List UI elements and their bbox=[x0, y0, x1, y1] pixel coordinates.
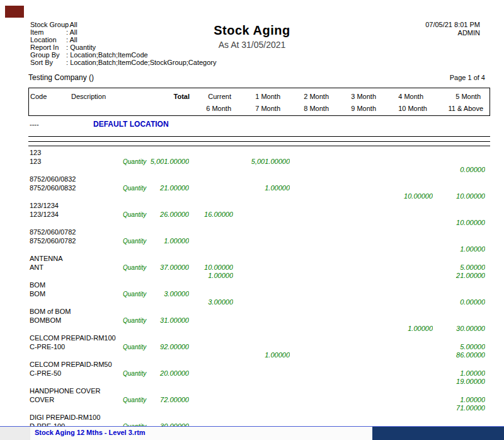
aging-cell-line1 bbox=[338, 263, 386, 272]
aging-cell-line2 bbox=[338, 219, 386, 227]
item-aging-row-2: 1.00000 30.00000 bbox=[28, 325, 490, 333]
aging-cell-line1 bbox=[290, 183, 338, 192]
aging-cell-line2 bbox=[338, 192, 386, 200]
item-description: HANDPHONE COVER bbox=[28, 387, 490, 395]
item-block: BOM BOM Quantity 3.00000 3.00000 0.00000 bbox=[28, 281, 490, 308]
item-description: BOM bbox=[28, 281, 490, 289]
quantity-label: Quantity bbox=[123, 316, 146, 325]
aging-cell-line2 bbox=[290, 351, 338, 359]
aging-cell-line1 bbox=[386, 316, 433, 325]
aging-cell-line2 bbox=[290, 404, 338, 412]
aging-cell-line2 bbox=[338, 166, 386, 174]
aging-cell-line1 bbox=[290, 316, 338, 325]
aging-cell-line1 bbox=[338, 236, 386, 245]
aging-cell-line2: 21.00000 bbox=[433, 272, 485, 280]
item-code: 123/1234 bbox=[28, 210, 123, 219]
col-11-above: 11 & Above bbox=[433, 103, 486, 115]
aging-cell-line1 bbox=[189, 369, 233, 378]
aging-cell-line1 bbox=[433, 183, 485, 192]
aging-cell-line2 bbox=[338, 272, 386, 280]
quantity-label: Quantity bbox=[123, 158, 146, 166]
aging-cell-line2 bbox=[189, 245, 233, 253]
item-description: CELCOM PREPAID-RM100 bbox=[28, 334, 490, 342]
item-total: 1.00000 bbox=[164, 236, 189, 245]
item-aging-row-2: 1.00000 86.00000 bbox=[28, 351, 490, 359]
aging-cell-line2 bbox=[233, 404, 290, 412]
item-code: BOMBOM bbox=[28, 316, 123, 325]
aging-cell-line1 bbox=[189, 395, 233, 404]
aging-cell-line2: 10.00000 bbox=[386, 192, 433, 200]
quantity-label: Quantity bbox=[123, 237, 146, 245]
item-quantity-row: BOM Quantity 3.00000 bbox=[28, 289, 490, 298]
item-block: 123/1234 123/1234 Quantity 26.00000 16.0… bbox=[28, 202, 490, 228]
item-quantity-row: 123/1234 Quantity 26.00000 16.00000 bbox=[28, 210, 490, 219]
aging-cell-line1: 5.00000 bbox=[433, 342, 485, 351]
item-quantity-row: 8752/060/0782 Quantity 1.00000 bbox=[28, 236, 490, 245]
table-header: CodeDescription Total Current 1 Month 2 … bbox=[28, 88, 490, 116]
item-block: 8752/060/0832 8752/060/0832 Quantity 21.… bbox=[28, 175, 490, 202]
aging-cell-line1 bbox=[433, 289, 485, 298]
aging-cell-line1 bbox=[386, 263, 433, 272]
aging-cell-line1 bbox=[233, 369, 290, 378]
aging-cell-line1 bbox=[433, 422, 485, 426]
item-code: COVER bbox=[28, 395, 123, 404]
col-current: Current bbox=[190, 91, 234, 103]
aging-cell-line1 bbox=[233, 395, 290, 404]
print-info: 07/05/21 8:01 PM ADMIN bbox=[425, 21, 480, 37]
aging-cell-line2 bbox=[290, 378, 338, 386]
aging-cell-line2 bbox=[233, 192, 290, 200]
item-block: DIGI PREPAID-RM100 D-PRE-100 Quantity 30… bbox=[28, 414, 490, 426]
item-aging-row-2: 10.00000 bbox=[28, 219, 490, 227]
aging-cell-line1 bbox=[386, 157, 433, 166]
aging-cell-line2: 1.00000 bbox=[233, 351, 290, 359]
aging-cell-line1: 1.00000 bbox=[233, 183, 290, 192]
aging-cell-line2: 19.00000 bbox=[433, 378, 485, 386]
aging-cell-line2: 0.00000 bbox=[433, 166, 485, 174]
quantity-label: Quantity bbox=[123, 290, 146, 298]
aging-cell-line2: 30.00000 bbox=[433, 325, 485, 333]
aging-cell-line1 bbox=[290, 342, 338, 351]
aging-cell-line2 bbox=[338, 378, 386, 386]
aging-cell-line1 bbox=[386, 236, 433, 245]
aging-cell-line2 bbox=[290, 166, 338, 174]
item-block: 8752/060/0782 8752/060/0782 Quantity 1.0… bbox=[28, 228, 490, 255]
aging-cell-line2 bbox=[233, 272, 290, 280]
item-block: CELCOM PREPAID-RM50 C-PRE-50 Quantity 20… bbox=[28, 361, 490, 387]
quantity-label: Quantity bbox=[123, 343, 146, 351]
item-code: 8752/060/0832 bbox=[28, 183, 123, 192]
aging-cell-line1 bbox=[338, 316, 386, 325]
aging-cell-line1 bbox=[290, 395, 338, 404]
aging-cell-line2 bbox=[290, 245, 338, 253]
item-total: 21.00000 bbox=[160, 183, 189, 192]
aging-cell-line2 bbox=[386, 272, 433, 280]
aging-cell-line1 bbox=[338, 183, 386, 192]
status-bar-corner bbox=[0, 427, 30, 440]
aging-cell-line1 bbox=[433, 316, 485, 325]
aging-cell-line2 bbox=[290, 272, 338, 280]
aging-cell-line1 bbox=[386, 422, 433, 426]
aging-cell-line2 bbox=[233, 298, 290, 306]
aging-cell-line1 bbox=[189, 183, 233, 192]
col-7-month: 7 Month bbox=[234, 103, 290, 115]
quantity-label: Quantity bbox=[123, 396, 146, 404]
item-quantity-row: 8752/060/0832 Quantity 21.00000 1.00000 bbox=[28, 183, 490, 192]
aging-cell-line2 bbox=[338, 404, 386, 412]
col-6-month: 6 Month bbox=[190, 103, 234, 115]
item-total: 3.00000 bbox=[164, 289, 189, 298]
aging-cell-line2 bbox=[233, 219, 290, 227]
col-4-month: 4 Month bbox=[386, 91, 433, 103]
print-user: ADMIN bbox=[425, 29, 480, 37]
item-code: C-PRE-100 bbox=[28, 342, 123, 351]
report-template-filename: Stock Aging 12 Mths - Level 3.rtm bbox=[35, 429, 146, 436]
aging-cell-line2: 1.00000 bbox=[386, 325, 433, 333]
item-quantity-row: D-PRE-100 Quantity 30.00000 bbox=[28, 422, 490, 426]
aging-cell-line2 bbox=[290, 298, 338, 306]
aging-cell-line2: 10.00000 bbox=[433, 192, 485, 200]
item-block: BOM of BOM BOMBOM Quantity 31.00000 1.00… bbox=[28, 308, 490, 334]
item-total: 20.00000 bbox=[160, 369, 189, 378]
aging-cell-line2: 3.00000 bbox=[189, 298, 233, 306]
aging-cell-line2 bbox=[386, 378, 433, 386]
item-description: 123 bbox=[28, 149, 490, 157]
aging-cell-line2 bbox=[386, 245, 433, 253]
item-code: BOM bbox=[28, 289, 123, 298]
